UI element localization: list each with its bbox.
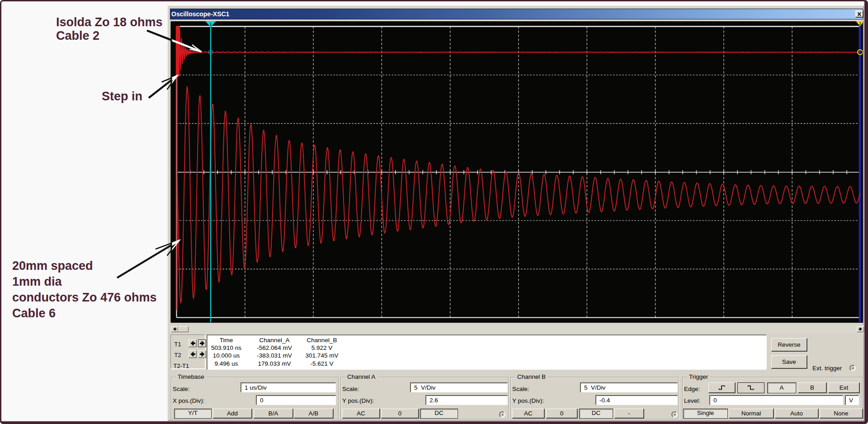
svg-text:1: 1 xyxy=(209,21,212,26)
svg-text:2: 2 xyxy=(859,21,861,26)
